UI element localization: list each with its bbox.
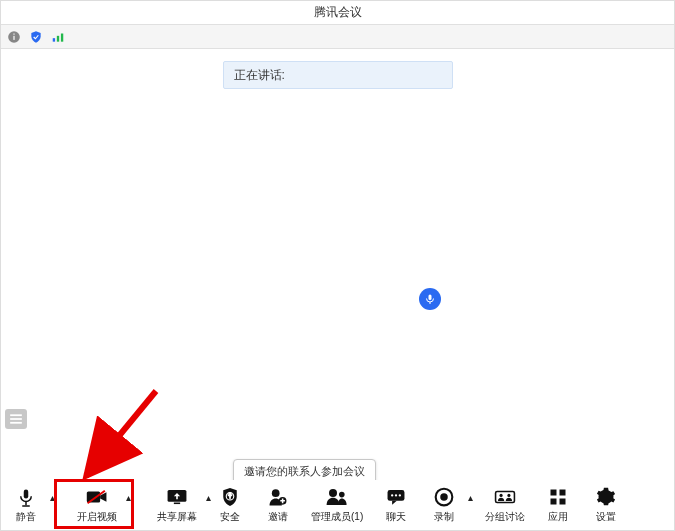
svg-point-28 <box>500 494 503 497</box>
invite-button[interactable]: 邀请 <box>263 486 293 524</box>
record-label: 录制 <box>434 510 454 524</box>
share-label: 共享屏幕 <box>157 510 197 524</box>
apps-label: 应用 <box>548 510 568 524</box>
titlebar: 腾讯会议 <box>1 1 674 25</box>
speaking-indicator: 正在讲话: <box>223 61 453 89</box>
svg-point-24 <box>399 494 401 496</box>
chevron-up-icon[interactable]: ▴ <box>126 492 131 503</box>
svg-point-20 <box>339 492 345 498</box>
signal-icon[interactable] <box>51 30 65 44</box>
chat-label: 聊天 <box>386 510 406 524</box>
svg-point-17 <box>272 489 280 497</box>
panel-toggle-button[interactable] <box>5 409 27 429</box>
record-button[interactable]: 录制 ▴ <box>429 486 459 524</box>
mute-button[interactable]: 静音 ▴ <box>11 486 41 524</box>
svg-point-29 <box>508 494 511 497</box>
shield-icon[interactable] <box>29 30 43 44</box>
svg-point-23 <box>395 494 397 496</box>
svg-rect-1 <box>13 35 14 39</box>
security-label: 安全 <box>220 510 240 524</box>
invite-tooltip-text: 邀请您的联系人参加会议 <box>244 465 365 477</box>
camera-off-icon <box>86 488 108 506</box>
svg-rect-7 <box>10 414 22 416</box>
info-icon[interactable] <box>7 30 21 44</box>
svg-point-19 <box>329 489 337 497</box>
svg-point-26 <box>440 493 448 501</box>
settings-label: 设置 <box>596 510 616 524</box>
svg-rect-4 <box>57 35 59 41</box>
breakout-label: 分组讨论 <box>485 510 525 524</box>
members-label: 管理成员(1) <box>311 510 363 524</box>
bottom-toolbar: 静音 ▴ 开启视频 ▴ 共享屏幕 ▴ 安全 邀请 管理成员(1) 聊天 录制 ▴… <box>1 480 674 530</box>
gear-icon <box>596 487 616 507</box>
svg-rect-9 <box>10 422 22 424</box>
mute-label: 静音 <box>16 510 36 524</box>
svg-rect-10 <box>25 502 27 506</box>
video-label: 开启视频 <box>77 510 117 524</box>
members-icon <box>325 487 349 507</box>
apps-icon <box>549 488 567 506</box>
svg-point-22 <box>391 494 393 496</box>
svg-rect-6 <box>430 302 431 304</box>
svg-rect-15 <box>174 503 180 505</box>
video-button[interactable]: 开启视频 ▴ <box>77 486 117 524</box>
chevron-up-icon[interactable]: ▴ <box>50 492 55 503</box>
chat-icon <box>386 488 406 506</box>
svg-rect-33 <box>560 499 566 505</box>
app-title: 腾讯会议 <box>314 4 362 21</box>
svg-rect-8 <box>10 418 22 420</box>
chat-button[interactable]: 聊天 <box>381 486 411 524</box>
status-bar <box>1 25 674 49</box>
invite-icon <box>268 487 288 507</box>
record-icon <box>434 487 454 507</box>
settings-button[interactable]: 设置 <box>591 486 621 524</box>
security-button[interactable]: 安全 <box>215 486 245 524</box>
svg-rect-3 <box>53 38 55 42</box>
chevron-up-icon[interactable]: ▴ <box>468 492 473 503</box>
invite-label: 邀请 <box>268 510 288 524</box>
svg-rect-32 <box>551 499 557 505</box>
apps-button[interactable]: 应用 <box>543 486 573 524</box>
participant-mic-icon <box>419 288 441 310</box>
svg-rect-11 <box>22 505 30 507</box>
svg-rect-31 <box>560 490 566 496</box>
manage-members-button[interactable]: 管理成员(1) <box>311 486 363 524</box>
svg-rect-2 <box>13 33 14 34</box>
security-icon <box>221 487 239 507</box>
share-screen-button[interactable]: 共享屏幕 ▴ <box>157 486 197 524</box>
speaking-label: 正在讲话: <box>234 67 285 84</box>
breakout-icon <box>494 488 516 506</box>
svg-rect-5 <box>61 33 63 41</box>
svg-rect-12 <box>87 492 100 503</box>
breakout-button[interactable]: 分组讨论 <box>485 486 525 524</box>
chevron-up-icon[interactable]: ▴ <box>206 492 211 503</box>
mic-icon <box>17 487 35 507</box>
svg-line-34 <box>86 391 156 476</box>
svg-rect-30 <box>551 490 557 496</box>
share-screen-icon <box>166 488 188 506</box>
